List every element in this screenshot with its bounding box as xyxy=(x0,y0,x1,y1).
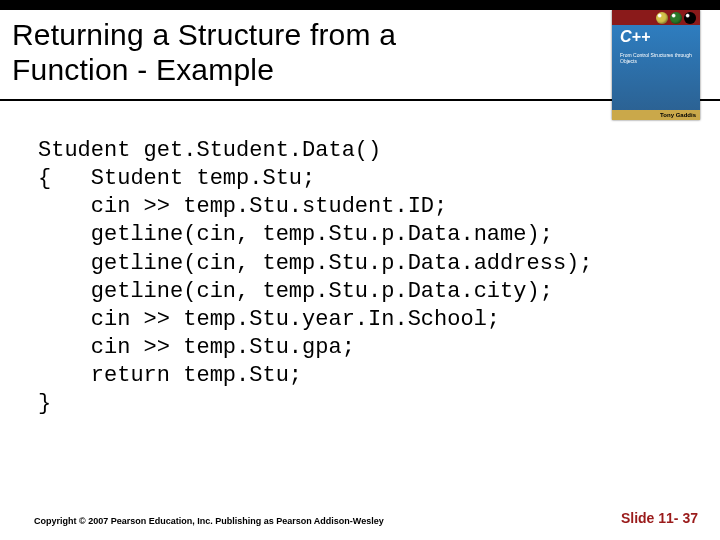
slide-header: Returning a Structure from a Function - … xyxy=(0,10,720,101)
code-block: Student get.Student.Data() { Student tem… xyxy=(38,137,692,419)
copyright-text: Copyright © 2007 Pearson Education, Inc.… xyxy=(34,516,384,526)
title-line-1: Returning a Structure from a xyxy=(12,18,396,51)
code-line: getline(cin, temp.Stu.p.Data.city); xyxy=(38,279,553,304)
code-line: cin >> temp.Stu.gpa; xyxy=(38,335,355,360)
book-cover: C++ From Control Structures through Obje… xyxy=(612,10,700,120)
code-line: return temp.Stu; xyxy=(38,363,302,388)
code-line: getline(cin, temp.Stu.p.Data.address); xyxy=(38,251,593,276)
code-line: } xyxy=(38,391,51,416)
code-line: getline(cin, temp.Stu.p.Data.name); xyxy=(38,222,553,247)
code-line: cin >> temp.Stu.student.ID; xyxy=(38,194,447,219)
code-line: { Student temp.Stu; xyxy=(38,166,315,191)
slide-title: Returning a Structure from a Function - … xyxy=(12,18,532,87)
code-line: Student get.Student.Data() xyxy=(38,138,381,163)
slide-footer: Copyright © 2007 Pearson Education, Inc.… xyxy=(0,510,720,526)
title-line-2: Function - Example xyxy=(12,53,274,86)
book-balls xyxy=(656,12,696,24)
book-lang: C++ xyxy=(620,28,650,46)
slide-number: Slide 11- 37 xyxy=(621,510,698,526)
code-line: cin >> temp.Stu.year.In.School; xyxy=(38,307,500,332)
ball-icon xyxy=(684,12,696,24)
slide-content: Student get.Student.Data() { Student tem… xyxy=(0,101,720,419)
ball-icon xyxy=(656,12,668,24)
top-bar xyxy=(0,0,720,10)
book-author: Tony Gaddis xyxy=(612,110,700,120)
book-subtitle: From Control Structures through Objects xyxy=(620,52,694,64)
ball-icon xyxy=(670,12,682,24)
